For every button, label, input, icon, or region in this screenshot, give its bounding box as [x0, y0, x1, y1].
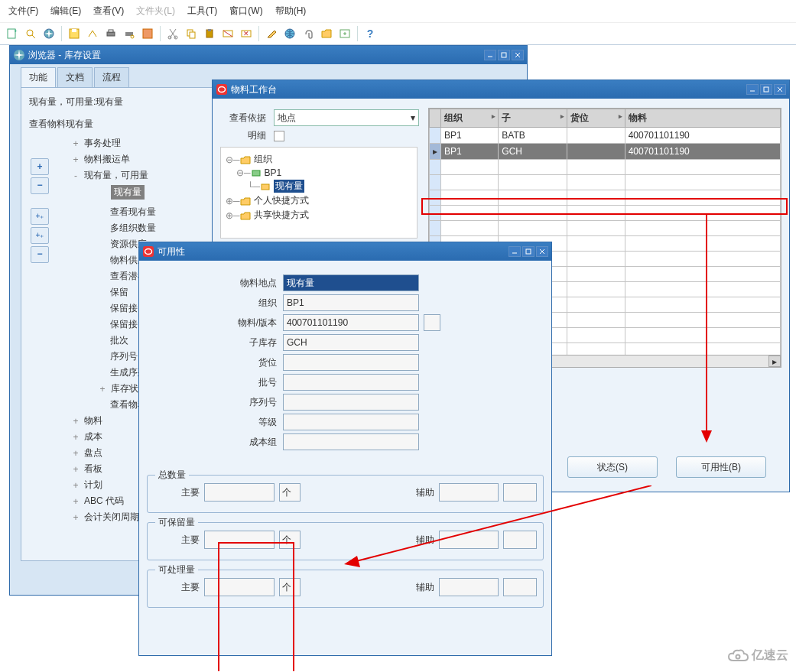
aux-unit-input[interactable] [503, 531, 537, 549]
folder-tools-icon[interactable] [319, 26, 334, 41]
menu-help[interactable]: 帮助(H) [270, 2, 312, 21]
new-icon[interactable]: + [5, 26, 20, 41]
main-label: 主要 [154, 534, 200, 547]
field-label: 成本组 [147, 436, 277, 449]
edit-field-icon[interactable] [264, 26, 279, 41]
tree-expandbranch-button[interactable]: +₊ [31, 227, 49, 244]
mat-tree-shared: 共享快捷方式 [254, 209, 309, 222]
navigator-icon [13, 49, 25, 61]
availability-titlebar[interactable]: 可用性 [139, 242, 551, 261]
aux-label: 辅助 [407, 581, 434, 594]
menu-edit[interactable]: 编辑(E) [45, 2, 86, 21]
chevron-down-icon: ▾ [411, 112, 415, 123]
help-icon[interactable]: ? [362, 26, 378, 41]
nav-icon[interactable] [41, 26, 57, 41]
setup-icon[interactable] [140, 26, 155, 41]
main-input[interactable] [204, 531, 275, 549]
viewby-dropdown[interactable]: 地点 ▾ [274, 109, 419, 126]
minimize-button[interactable] [484, 50, 496, 60]
aux-unit-input[interactable] [503, 483, 537, 502]
browser-titlebar[interactable]: 浏览器 - 库存设置 [10, 46, 527, 64]
field-input[interactable] [283, 394, 419, 411]
maximize-button[interactable] [760, 84, 772, 95]
folder-icon [240, 196, 251, 206]
close-button[interactable] [774, 84, 786, 95]
svg-text:+₊: +₊ [36, 212, 44, 220]
svg-line-3 [32, 35, 35, 38]
delete-record-icon[interactable]: ✕ [239, 26, 254, 41]
attach-icon[interactable] [301, 26, 316, 41]
cut-icon[interactable] [165, 26, 180, 41]
mat-tree-onhand: 现有量 [274, 180, 304, 193]
tree-expandall-button[interactable]: +₊ [31, 208, 49, 225]
aux-input[interactable] [439, 578, 499, 596]
tree-expand-button[interactable]: + [31, 158, 49, 175]
copy-icon[interactable] [184, 26, 199, 41]
aux-input[interactable] [439, 531, 499, 549]
menu-view[interactable]: 查看(V) [88, 2, 129, 21]
scroll-right-icon[interactable]: ▸ [768, 355, 781, 367]
field-input[interactable] [283, 354, 419, 371]
field-input[interactable]: BP1 [283, 294, 419, 311]
svg-text:+₊: +₊ [36, 231, 44, 239]
print-icon[interactable] [103, 26, 119, 41]
field-input[interactable]: GCH [283, 334, 419, 351]
material-tree[interactable]: ⊖─组织 ⊖─BP1 └─现有量 ⊕─个人快捷方式 ⊕─共享快捷方式 [220, 147, 417, 239]
svg-rect-8 [109, 30, 113, 32]
maximize-button[interactable] [522, 246, 534, 257]
table-row[interactable]: ▸ BP1 GCH 400701101190 [430, 144, 781, 160]
menu-window[interactable]: 窗口(W) [224, 2, 268, 21]
aux-input[interactable] [439, 483, 499, 502]
field-label: 货位 [147, 356, 277, 369]
tab-function[interactable]: 功能 [21, 67, 56, 87]
svg-rect-40 [252, 170, 260, 176]
field-input[interactable] [283, 414, 419, 430]
folder-icon [240, 155, 251, 164]
main-input[interactable] [204, 483, 275, 502]
svg-text:?: ? [367, 28, 374, 40]
field-label: 等级 [147, 416, 277, 429]
close-button[interactable] [536, 246, 548, 257]
menu-folder: 文件夹(L) [131, 2, 180, 21]
field-input[interactable] [283, 433, 419, 450]
tab-document[interactable]: 文档 [57, 67, 93, 87]
field-input[interactable] [283, 374, 419, 391]
field-input[interactable]: 现有量 [283, 274, 419, 291]
maximize-button[interactable] [498, 50, 510, 60]
svg-text:−: − [37, 181, 42, 190]
main-label: 主要 [154, 486, 200, 499]
main-input[interactable] [204, 578, 275, 596]
field-label: 组织 [147, 297, 277, 310]
material-titlebar[interactable]: 物料工作台 [213, 80, 789, 99]
find-icon[interactable] [23, 26, 38, 41]
field-input[interactable]: 400701101190 [283, 314, 419, 331]
close-button[interactable] [512, 50, 524, 60]
paste-icon[interactable] [202, 26, 217, 41]
main-toolbar: + ✕ ? [0, 23, 796, 45]
minimize-button[interactable] [746, 84, 759, 95]
tree-collapseall-button[interactable]: − [31, 246, 49, 263]
svg-point-50 [736, 654, 740, 658]
field-extra[interactable] [424, 314, 440, 331]
table-row[interactable]: BP1 BATB 400701101190 [430, 128, 781, 144]
save-icon[interactable] [67, 26, 82, 41]
status-button[interactable]: 状态(S) [567, 456, 658, 478]
mat-tree-bp1: BP1 [265, 167, 282, 178]
detail-checkbox[interactable] [274, 131, 284, 141]
availability-button[interactable]: 可用性(B) [676, 456, 766, 478]
col-mat: 物料 [629, 112, 647, 123]
aux-label: 辅助 [407, 486, 434, 499]
aux-unit-input[interactable] [503, 578, 537, 596]
svg-point-13 [168, 36, 171, 39]
menu-tools[interactable]: 工具(T) [182, 2, 223, 21]
col-sub: 子 [502, 112, 511, 123]
tree-collapse-button[interactable]: − [31, 177, 49, 194]
tab-workflow[interactable]: 流程 [94, 67, 129, 87]
menu-file[interactable]: 文件(F) [3, 2, 44, 21]
minimize-button[interactable] [508, 246, 521, 257]
print-preview-icon[interactable] [122, 26, 137, 41]
translate-icon[interactable] [282, 26, 297, 41]
zoom-icon[interactable] [337, 26, 353, 41]
clear-record-icon[interactable] [220, 26, 236, 41]
step-icon[interactable] [85, 26, 100, 41]
